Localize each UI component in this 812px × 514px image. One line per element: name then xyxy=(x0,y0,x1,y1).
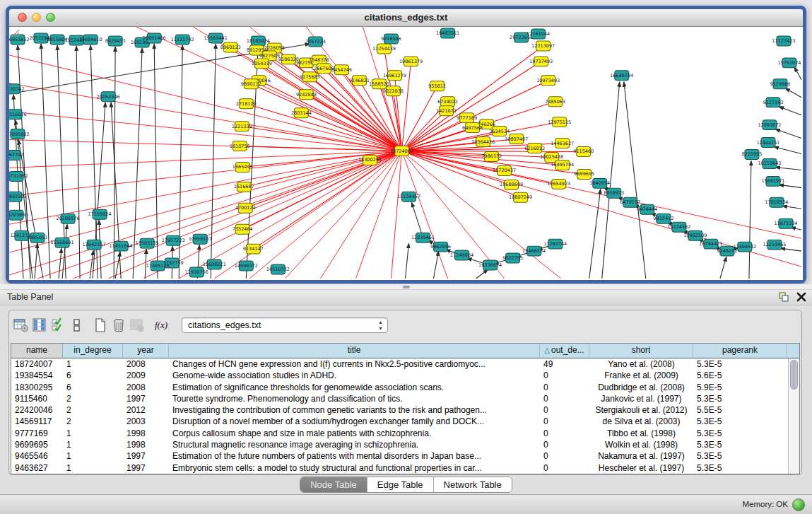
table-selector-value: citations_edges.txt xyxy=(182,320,387,330)
zoom-window-icon[interactable] xyxy=(46,13,55,22)
sort-indicator-icon: △ xyxy=(544,346,550,354)
close-window-icon[interactable] xyxy=(18,13,27,22)
table-group-box: f(x) citations_edges.txt ▲▼ namein_degre… xyxy=(8,310,802,475)
table-cell: Nakamura et al. (1997) xyxy=(589,450,693,462)
table-cell: Hescheler et al. (1997) xyxy=(589,462,693,474)
table-cell: Jankovic et al. (1997) xyxy=(589,393,693,404)
table-cell: Structural magnetic resonance image aver… xyxy=(169,439,540,450)
table-cell: 6 xyxy=(63,370,123,381)
column-header-short[interactable]: short xyxy=(589,344,693,358)
table-cell: 0 xyxy=(540,439,589,450)
table-cell: Wolkin et al. (1998) xyxy=(589,439,693,450)
table-cell: 2 xyxy=(63,404,123,416)
table-cell: 5.9E-5 xyxy=(693,382,787,393)
column-header-pagerank[interactable]: pagerank xyxy=(693,344,787,358)
table-cell: 9465546 xyxy=(11,450,63,462)
function-builder-icon[interactable]: f(x) xyxy=(152,316,170,334)
table-scrollbar-thumb[interactable] xyxy=(790,360,798,390)
column-header-title[interactable]: title xyxy=(169,344,540,358)
table-cell: 18300295 xyxy=(11,382,63,393)
table-row[interactable]: 1872400712008Changes of HCN gene express… xyxy=(11,358,788,370)
memory-status-label: Memory: OK xyxy=(742,500,788,508)
table-row[interactable]: 977716911998Corpus callosum shape and si… xyxy=(11,428,788,439)
table-cell: 5.3E-5 xyxy=(693,393,787,404)
table-cell: 1997 xyxy=(123,450,169,462)
table-cell: 1998 xyxy=(123,439,169,450)
table-row[interactable]: 946554611997Estimation of the future num… xyxy=(11,450,788,462)
network-view[interactable]: 1695365220531942881590415524313196846108… xyxy=(9,27,803,280)
table-header-row: namein_degreeyeartitle△out_de...shortpag… xyxy=(11,344,799,358)
table-cell: Dudbridge et al. (2008) xyxy=(589,382,693,393)
table-cell: 2003 xyxy=(123,416,169,427)
table-tabs-bar: Node TableEdge TableNetwork Table xyxy=(0,477,812,492)
column-header-in_degree[interactable]: in_degree xyxy=(63,344,123,358)
table-selector-dropdown[interactable]: citations_edges.txt ▲▼ xyxy=(182,317,388,333)
table-row[interactable]: 2242004622012Investigating the contribut… xyxy=(11,404,788,416)
table-toolbar: f(x) citations_edges.txt ▲▼ xyxy=(12,315,388,336)
table-scrollbar[interactable] xyxy=(788,358,799,474)
close-panel-icon[interactable] xyxy=(796,292,806,302)
table-cell: 5.5E-5 xyxy=(693,404,787,416)
table-cell: 2012 xyxy=(123,404,169,416)
delete-table-icon[interactable] xyxy=(110,316,128,334)
table-cell: Embryonic stem cells: a model to study s… xyxy=(169,462,540,474)
table-row[interactable]: 1938455462009Genome-wide association stu… xyxy=(11,370,788,381)
tab-edge-table[interactable]: Edge Table xyxy=(367,477,434,492)
table-cell: Genome-wide association studies in ADHD. xyxy=(169,370,540,381)
memory-status-indicator[interactable] xyxy=(792,498,805,511)
select-rows-icon[interactable] xyxy=(49,316,67,334)
minimize-window-icon[interactable] xyxy=(32,13,41,22)
table-cell: Corpus callosum shape and size in male p… xyxy=(169,428,540,439)
table-cell: Changes of HCN gene expression and I(f) … xyxy=(169,358,540,370)
table-rows: 1872400712008Changes of HCN gene express… xyxy=(11,358,788,474)
table-cell: 0 xyxy=(540,428,589,439)
table-panel-header: Table Panel xyxy=(0,290,812,305)
resize-grip-icon[interactable] xyxy=(9,27,803,280)
table-cell: 9463627 xyxy=(11,462,63,474)
table-cell: 0 xyxy=(540,416,589,427)
tab-network-table[interactable]: Network Table xyxy=(434,477,512,492)
tab-node-table[interactable]: Node Table xyxy=(300,477,367,492)
table-panel-title: Table Panel xyxy=(7,292,53,302)
table-cell: 1 xyxy=(63,358,123,370)
table-cell: 1 xyxy=(63,462,123,474)
table-cell: 0 xyxy=(540,462,589,474)
table-row[interactable]: 946362711997Embryonic stem cells: a mode… xyxy=(11,462,788,474)
table-cell: 1998 xyxy=(123,428,169,439)
table-cell: 6 xyxy=(63,382,123,393)
table-cell: Estimation of significance thresholds fo… xyxy=(169,382,540,393)
table-cell: 2009 xyxy=(123,370,169,381)
table-cell: 5.3E-5 xyxy=(693,439,787,450)
table-cell: 5.3E-5 xyxy=(693,428,787,439)
network-window: citations_edges.txt 16953652205319428815… xyxy=(6,6,806,284)
attribute-table: namein_degreeyeartitle△out_de...shortpag… xyxy=(11,343,800,474)
table-cell: 9699695 xyxy=(11,439,63,450)
table-row[interactable]: 1830029562008Estimation of significance … xyxy=(11,382,788,393)
table-cell: 0 xyxy=(540,450,589,462)
row-height-icon[interactable] xyxy=(67,316,86,334)
panel-divider[interactable] xyxy=(0,284,812,290)
delete-table-disabled-icon xyxy=(128,316,146,334)
table-row[interactable]: 969969511998Structural magnetic resonanc… xyxy=(11,439,788,450)
float-panel-icon[interactable] xyxy=(778,291,789,303)
table-cell: 5.3E-5 xyxy=(693,462,787,474)
table-row[interactable]: 911546021997Tourette syndrome. Phenomeno… xyxy=(11,393,788,404)
network-window-titlebar[interactable]: citations_edges.txt xyxy=(9,9,803,27)
table-cell: 1 xyxy=(63,439,123,450)
table-cell: 1997 xyxy=(123,393,169,404)
table-cell: 0 xyxy=(540,404,589,416)
table-cell: 19384554 xyxy=(11,370,63,381)
column-header-name[interactable]: name xyxy=(11,344,63,358)
table-settings-icon[interactable] xyxy=(12,316,30,334)
column-header-out_de[interactable]: △out_de... xyxy=(540,344,589,358)
table-cell: 22420046 xyxy=(11,404,63,416)
column-header-year[interactable]: year xyxy=(123,344,169,358)
table-cell: 49 xyxy=(540,358,589,370)
table-cell: de Silva et al. (2003) xyxy=(589,416,693,427)
table-cell: 1 xyxy=(63,428,123,439)
new-table-icon[interactable] xyxy=(91,316,110,334)
table-cell: Yano et al. (2008) xyxy=(589,358,693,370)
column-visibility-icon[interactable] xyxy=(30,316,49,334)
table-cell: 0 xyxy=(540,382,589,393)
table-row[interactable]: 1456911722003Disruption of a novel membe… xyxy=(11,416,788,427)
